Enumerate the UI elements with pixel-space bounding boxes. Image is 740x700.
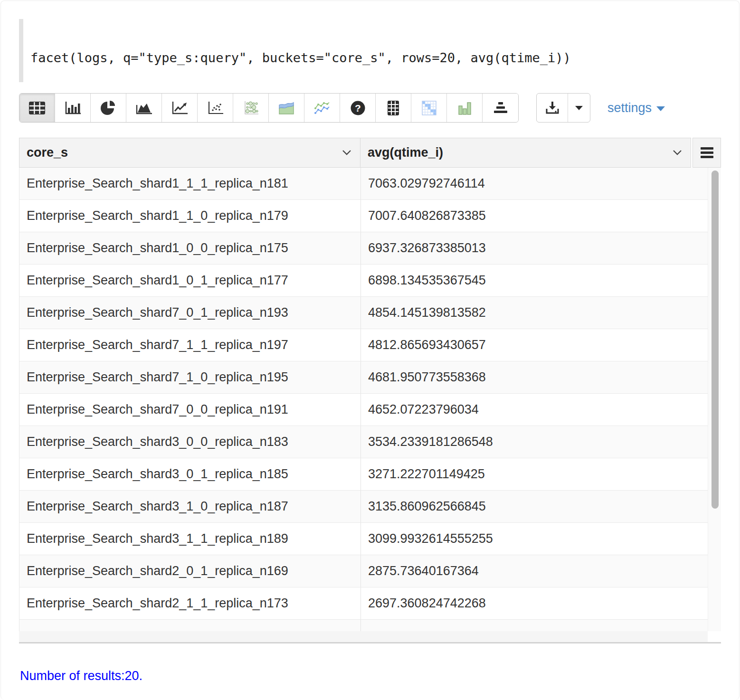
svg-text:?: ? — [355, 103, 361, 114]
chart-type-button-group: ? — [19, 93, 519, 123]
cell-core: Enterprise_Search_shard3_0_1_replica_n18… — [19, 458, 361, 490]
download-button[interactable] — [537, 94, 568, 122]
cell-core: Enterprise_Search_shard7_0_0_replica_n19… — [19, 394, 361, 426]
table-row[interactable]: Enterprise_Search_shard2_0_1_replica_n16… — [19, 555, 708, 587]
cell-core: Enterprise_Search_shard2_1_1_replica_n17… — [19, 587, 361, 619]
vertical-scrollbar-track[interactable] — [708, 168, 721, 631]
column-chart-button[interactable] — [447, 94, 483, 122]
cell-core: Enterprise_Search_shard1_0_0_replica_n17… — [19, 232, 361, 264]
settings-label: settings — [607, 101, 652, 115]
code-editor[interactable]: facet(logs, q="type_s:query", buckets="c… — [19, 19, 721, 82]
column-header-label: avg(qtime_i) — [368, 145, 443, 160]
table-rows: Enterprise_Search_shard1_1_1_replica_n18… — [19, 168, 708, 631]
table-row[interactable]: Enterprise_Search_shard3_1_0_replica_n18… — [19, 491, 708, 523]
results-count-text: Number of results:20. — [20, 669, 142, 683]
table-menu-button[interactable] — [693, 138, 721, 168]
grid-table-button[interactable] — [376, 94, 411, 122]
cell-value — [361, 620, 708, 631]
visualization-toolbar: ? — [19, 93, 665, 123]
cell-value: 4681.950773558368 — [361, 361, 708, 393]
table-row[interactable]: Enterprise_Search_shard1_1_1_replica_n18… — [19, 168, 708, 200]
pie-chart-icon — [100, 100, 116, 116]
vertical-scrollbar-thumb[interactable] — [712, 170, 719, 509]
table-row[interactable]: Enterprise_Search_shard1_0_1_replica_n17… — [19, 265, 708, 297]
line-chart-button[interactable] — [162, 94, 198, 122]
cell-value: 4652.07223796034 — [361, 394, 708, 426]
area-chart-button[interactable] — [126, 94, 162, 122]
line-chart-icon — [171, 101, 189, 115]
help-icon: ? — [350, 100, 366, 116]
cell-core: Enterprise_Search_shard3_1_1_replica_n18… — [19, 523, 361, 555]
stacked-area-chart-button[interactable] — [269, 94, 304, 122]
caret-down-icon — [575, 106, 583, 110]
cell-core: Enterprise_Search_shard1_1_1_replica_n18… — [19, 168, 361, 199]
bar-chart-button[interactable] — [55, 94, 91, 122]
table-header: core_s avg(qtime_i) — [19, 138, 721, 168]
table-row[interactable]: Enterprise_Search_shard2_1_1_replica_n17… — [19, 587, 708, 620]
scatter-chart-icon — [207, 101, 224, 115]
cell-value: 2875.73640167364 — [361, 555, 708, 587]
cell-value: 4854.145139813582 — [361, 297, 708, 329]
cell-core: Enterprise_Search_shard7_0_1_replica_n19… — [19, 297, 361, 329]
table-row[interactable]: Enterprise_Search_shard3_0_1_replica_n18… — [19, 458, 708, 491]
cell-core: Enterprise_Search_shard1_0_1_replica_n17… — [19, 265, 361, 296]
grid-table-icon — [385, 100, 402, 116]
cell-value: 4812.865693430657 — [361, 329, 708, 361]
download-icon — [545, 101, 560, 115]
area-chart-icon — [135, 101, 153, 115]
help-button[interactable]: ? — [340, 94, 376, 122]
column-chart-icon — [456, 100, 473, 115]
table-row[interactable]: Enterprise_Search_shard7_1_0_replica_n19… — [19, 361, 708, 394]
cell-value: 3534.2339181286548 — [361, 426, 708, 458]
cell-value: 7063.029792746114 — [361, 168, 708, 199]
cell-core: Enterprise_Search_shard3_1_0_replica_n18… — [19, 491, 361, 522]
download-split-button — [536, 93, 590, 123]
cell-core: Enterprise_Search_shard2_0_1_replica_n16… — [19, 555, 361, 587]
cell-value: 3135.860962566845 — [361, 491, 708, 522]
multi-line-chart-icon — [313, 100, 331, 115]
cell-value: 6898.134535367545 — [361, 265, 708, 296]
cell-value: 3099.9932614555255 — [361, 523, 708, 555]
column-header-avg-qtime[interactable]: avg(qtime_i) — [361, 138, 691, 168]
table-row[interactable]: Enterprise_Search_shard7_1_1_replica_n19… — [19, 329, 708, 361]
pyramid-chart-button[interactable] — [483, 94, 518, 122]
chevron-down-icon[interactable] — [341, 149, 352, 156]
table-chart-button[interactable] — [19, 94, 55, 122]
cell-core: Enterprise_Search_shard7_1_1_replica_n19… — [19, 329, 361, 361]
multi-line-chart-button[interactable] — [304, 94, 340, 122]
pie-chart-button[interactable] — [91, 94, 126, 122]
cell-core — [19, 620, 361, 631]
table-row[interactable]: Enterprise_Search_shard7_0_1_replica_n19… — [19, 297, 708, 329]
heatmap-button[interactable] — [411, 94, 447, 122]
horizontal-scrollbar-track[interactable] — [19, 631, 721, 643]
heatmap-icon — [421, 100, 437, 116]
cell-value: 3271.222701149425 — [361, 458, 708, 490]
cell-core: Enterprise_Search_shard1_1_0_replica_n17… — [19, 200, 361, 232]
table-row[interactable]: Enterprise_Search_shard7_0_0_replica_n19… — [19, 394, 708, 426]
cell-core: Enterprise_Search_shard3_0_0_replica_n18… — [19, 426, 361, 458]
hamburger-icon — [701, 145, 713, 160]
scrollbar-corner — [708, 631, 721, 642]
table-row-partial — [19, 620, 708, 631]
pyramid-chart-icon — [493, 101, 509, 115]
stacked-area-chart-icon — [278, 101, 295, 115]
table-row[interactable]: Enterprise_Search_shard3_1_1_replica_n18… — [19, 523, 708, 555]
table-row[interactable]: Enterprise_Search_shard1_0_0_replica_n17… — [19, 232, 708, 265]
download-options-button[interactable] — [568, 94, 590, 122]
scatter-chart-button[interactable] — [198, 94, 233, 122]
column-header-label: core_s — [27, 145, 68, 160]
cell-value: 6937.326873385013 — [361, 232, 708, 264]
cell-value: 2697.360824742268 — [361, 587, 708, 619]
column-header-core-s[interactable]: core_s — [19, 138, 361, 168]
result-table: core_s avg(qtime_i) Enterprise_Search_sh… — [19, 138, 721, 643]
cell-value: 7007.640826873385 — [361, 200, 708, 232]
bubble-chart-icon — [242, 100, 259, 115]
chevron-down-icon[interactable] — [672, 149, 683, 156]
cell-core: Enterprise_Search_shard7_1_0_replica_n19… — [19, 361, 361, 393]
settings-caret-icon — [656, 106, 665, 111]
settings-dropdown[interactable]: settings — [607, 101, 665, 115]
table-row[interactable]: Enterprise_Search_shard1_1_0_replica_n17… — [19, 200, 708, 232]
bubble-chart-button[interactable] — [233, 94, 269, 122]
table-row[interactable]: Enterprise_Search_shard3_0_0_replica_n18… — [19, 426, 708, 458]
code-text[interactable]: facet(logs, q="type_s:query", buckets="c… — [30, 50, 721, 65]
